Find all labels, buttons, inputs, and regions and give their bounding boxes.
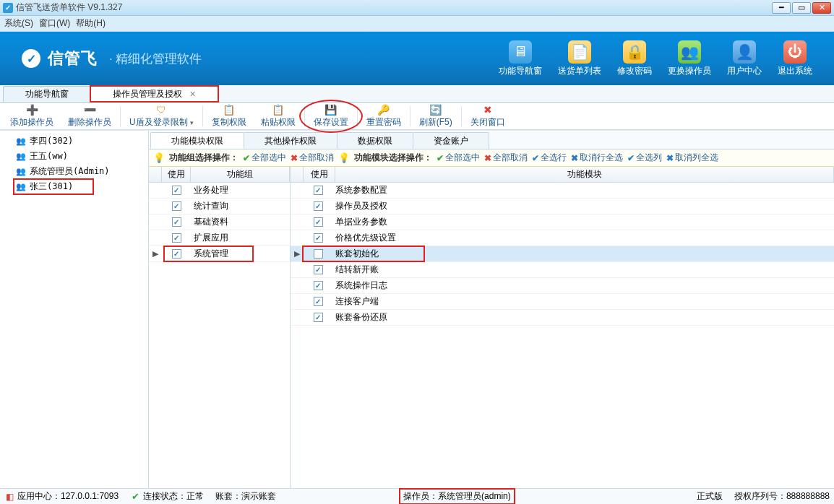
power-icon: ⏻ [783,40,807,64]
checkbox[interactable]: ✓ [314,217,323,227]
module-row[interactable]: ▶账套初始化 [291,246,834,262]
monitor-icon: 🖥 [509,40,532,64]
subtab[interactable]: 功能模块权限 [150,132,244,149]
module-row[interactable]: ✓单据业务参数 [291,214,834,230]
group-row[interactable]: ✓统计查询 [149,199,290,214]
checkbox[interactable]: ✓ [172,201,181,211]
ribbon-delivery-list[interactable]: 📄送货单列表 [558,40,601,77]
app-icon: ✓ [3,3,13,13]
paste-icon: 📋 [272,104,284,116]
menu-window[interactable]: 窗口(W) [39,17,70,30]
subtab[interactable]: 其他操作权限 [244,132,338,149]
checkbox[interactable]: ✓ [172,233,181,243]
module-row[interactable]: ✓系统操作日志 [291,278,834,294]
refresh-icon: 🔄 [430,104,442,116]
shield-icon: 🛡 [155,104,167,116]
btn-usb-login-limit[interactable]: 🛡U盾及登录限制▾ [122,103,201,130]
toolbar: ➕添加操作员 ➖删除操作员 🛡U盾及登录限制▾ 📋复制权限 📋粘贴权限 💾保存设… [0,103,834,130]
checkbox[interactable]: ✓ [314,281,323,290]
btn-paste-perm[interactable]: 📋粘贴权限 [254,103,303,130]
ribbon-change-password[interactable]: 🔒修改密码 [617,40,652,77]
checkbox[interactable]: ✓ [314,297,323,306]
checkbox[interactable]: ✓ [314,201,323,211]
module-row[interactable]: ✓结转新开账 [291,262,834,278]
act-module-deselect-all[interactable]: ✖全部取消 [484,152,528,164]
action-bar: 💡 功能组选择操作： ✔全部选中 ✖全部取消 💡 功能模块选择操作： ✔全部选中… [149,149,834,167]
module-row[interactable]: ✓操作员及授权 [291,199,834,214]
checkbox[interactable]: ✓ [172,249,181,258]
checkbox[interactable]: ✓ [314,313,323,322]
main-content: 👥李四(302)👥王五(ww)👥系统管理员(Admin)👥张三(301) 功能模… [0,130,834,488]
menu-bar: 系统(S) 窗口(W) 帮助(H) [0,16,834,32]
act-deselect-row[interactable]: ✖取消行全选 [571,152,623,164]
ribbon-switch-user[interactable]: 👥更换操作员 [668,40,711,77]
ribbon-nav[interactable]: 🖥功能导航窗 [499,40,542,77]
menu-system[interactable]: 系统(S) [4,17,33,30]
operator-item[interactable]: 👥王五(ww) [0,149,148,164]
chevron-down-icon: ▾ [190,119,194,126]
doctab-nav[interactable]: 功能导航窗 [3,86,91,102]
operator-item[interactable]: 👥张三(301) [0,179,148,194]
act-group-select-all[interactable]: ✔全部选中 [243,152,286,164]
operator-item[interactable]: 👥李四(302) [0,134,148,149]
act-module-select-all[interactable]: ✔全部选中 [437,152,480,164]
menu-help[interactable]: 帮助(H) [76,17,106,30]
subtab[interactable]: 资金账户 [413,132,489,149]
permission-subtabs: 功能模块权限其他操作权限数据权限资金账户 [149,131,834,149]
module-row[interactable]: ✓连接客户端 [291,294,834,310]
ribbon-header: ✓ 信管飞 · 精细化管理软件 🖥功能导航窗 📄送货单列表 🔒修改密码 👥更换操… [0,32,834,85]
col-group: 功能组 [191,167,290,182]
operator-item[interactable]: 👥系统管理员(Admin) [0,164,148,179]
btn-copy-perm[interactable]: 📋复制权限 [205,103,254,130]
brand-subtitle: · 精细化管理软件 [109,51,202,67]
tab-close-icon[interactable]: ✕ [189,90,196,99]
module-row[interactable]: ✓价格优先级设置 [291,230,834,246]
module-row[interactable]: ✓账套备份还原 [291,310,834,326]
group-row[interactable]: ✓业务处理 [149,183,290,199]
act-group-deselect-all[interactable]: ✖全部取消 [291,152,334,164]
btn-close-window[interactable]: ✖关闭窗口 [463,103,512,130]
group-row[interactable]: ▶✓系统管理 [149,246,290,262]
status-connection: 连接状态：正常 [143,490,204,503]
checkbox[interactable] [314,249,323,258]
act-select-col[interactable]: ✔全选列 [627,152,662,164]
btn-delete-operator[interactable]: ➖删除操作员 [61,103,119,130]
doctab-operator-mgmt[interactable]: 操作员管理及授权 ✕ [90,86,218,102]
bulb-icon: 💡 [153,152,165,163]
checkbox[interactable]: ✓ [314,233,323,243]
key-icon: 🔑 [378,104,390,116]
minimize-button[interactable]: ━ [772,2,791,14]
act-deselect-col[interactable]: ✖取消列全选 [666,152,718,164]
checkbox[interactable]: ✓ [314,265,323,274]
ribbon-exit[interactable]: ⏻退出系统 [778,40,812,77]
checkbox[interactable]: ✓ [172,217,181,227]
row-indicator: ▶ [291,249,304,258]
act-select-row[interactable]: ✔全选行 [532,152,567,164]
group-row[interactable]: ✓基础资料 [149,214,290,230]
btn-reset-password[interactable]: 🔑重置密码 [359,103,408,130]
list-icon: 📄 [568,40,591,64]
module-row[interactable]: ✓系统参数配置 [291,183,834,199]
document-tabs: 功能导航窗 操作员管理及授权 ✕ [0,85,834,103]
save-icon: 💾 [325,104,337,116]
btn-refresh[interactable]: 🔄刷新(F5) [412,103,460,130]
row-indicator: ▶ [149,249,162,258]
ribbon-user-center[interactable]: 👤用户中心 [727,40,762,77]
btn-add-operator[interactable]: ➕添加操作员 [3,103,61,130]
checkbox[interactable]: ✓ [172,186,181,195]
function-module-grid: 使用 功能模块 ✓系统参数配置✓操作员及授权✓单据业务参数✓价格优先级设置▶账套… [291,167,834,488]
close-button[interactable]: ✕ [812,2,831,14]
subtab[interactable]: 数据权限 [337,132,413,149]
col-use: 使用 [304,167,335,182]
bulb-icon: 💡 [338,152,350,163]
users-icon: 👥 [16,152,26,161]
group-row[interactable]: ✓扩展应用 [149,230,290,246]
status-operator: 操作员：系统管理员(admin) [403,490,511,503]
plus-icon: ➕ [26,104,38,116]
maximize-button[interactable]: ▭ [792,2,811,14]
checkbox[interactable]: ✓ [314,186,323,195]
btn-save-settings[interactable]: 💾保存设置 [306,103,356,130]
status-book: 账套：演示账套 [215,490,276,503]
copy-icon: 📋 [223,104,235,116]
logo-icon: ✓ [22,49,40,68]
